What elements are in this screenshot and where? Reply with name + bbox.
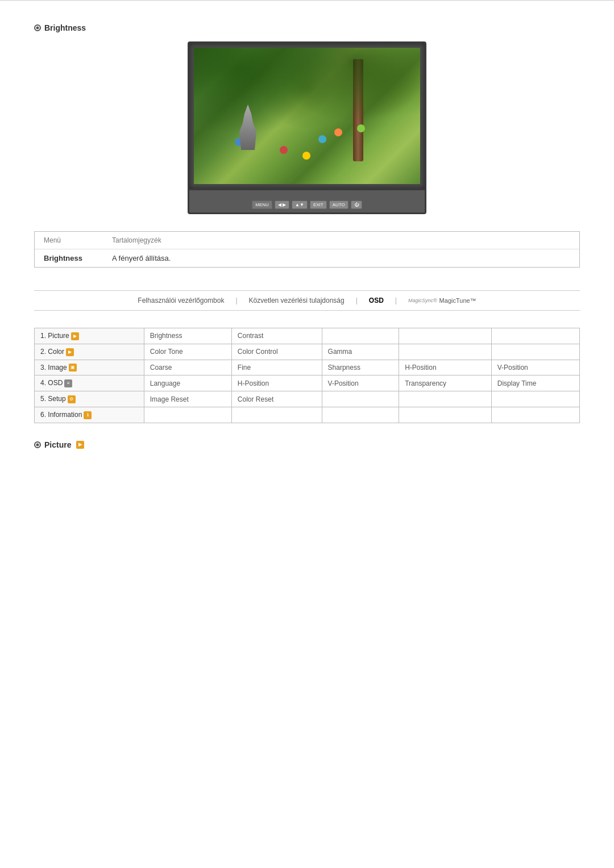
- cell-3-3[interactable]: Transparency: [399, 375, 492, 391]
- monitor-controls: MENU ◀ ▶ ▲▼ EXIT AUTO ⏻: [188, 197, 426, 214]
- row-header-1[interactable]: 2. Color▶: [35, 344, 144, 360]
- osd-grid-table: 1. Picture▶BrightnessContrast2. Color▶Co…: [34, 328, 580, 423]
- cell-1-4: [491, 344, 579, 360]
- cell-1-0[interactable]: Color Tone: [144, 344, 231, 360]
- cell-0-0[interactable]: Brightness: [144, 328, 231, 344]
- cell-2-4[interactable]: V-Position: [491, 360, 579, 375]
- cell-1-1[interactable]: Color Control: [231, 344, 322, 360]
- cell-0-4: [491, 328, 579, 344]
- exit-btn[interactable]: EXIT: [310, 201, 327, 209]
- cell-0-1[interactable]: Contrast: [231, 328, 322, 344]
- nav-item-magictune[interactable]: MagicSync® MagicTune™: [408, 297, 476, 304]
- row-header-0[interactable]: 1. Picture▶: [35, 328, 144, 344]
- power-btn[interactable]: ⏻: [351, 201, 362, 209]
- cell-1-3: [399, 344, 492, 360]
- cell-1-2[interactable]: Gamma: [322, 344, 399, 360]
- monitor-base-bar: [188, 190, 426, 197]
- nav-item-direct-control[interactable]: Közvetlen vezérlési tulajdonság: [249, 297, 345, 304]
- table-row: 1. Picture▶BrightnessContrast: [35, 328, 580, 344]
- cell-label[interactable]: Display Time: [497, 379, 537, 387]
- cell-label[interactable]: Coarse: [150, 364, 172, 372]
- cell-label[interactable]: H-Position: [405, 364, 436, 372]
- cell-label[interactable]: Color Control: [238, 348, 278, 356]
- row-header-4[interactable]: 5. Setup⚙: [35, 391, 144, 407]
- cell-label[interactable]: Contrast: [238, 332, 263, 340]
- cell-2-3[interactable]: H-Position: [399, 360, 492, 375]
- row-header-3[interactable]: 4. OSD≡: [35, 375, 144, 391]
- balloon: [334, 128, 342, 136]
- cell-4-0[interactable]: Image Reset: [144, 391, 231, 407]
- cell-2-2[interactable]: Sharpness: [322, 360, 399, 375]
- picture-icon: ▶: [76, 441, 84, 449]
- brightness-title: Brightness: [44, 23, 86, 32]
- nav-item-osd[interactable]: OSD: [369, 297, 384, 304]
- row-menu-icon: ≡: [64, 379, 72, 387]
- row-header-5[interactable]: 6. Informationℹ: [35, 407, 144, 423]
- cell-4-1[interactable]: Color Reset: [231, 391, 322, 407]
- cell-label[interactable]: V-Position: [328, 379, 359, 387]
- row-header-label: 2. Color: [40, 348, 64, 356]
- nav-item-user-controls[interactable]: Felhasználói vezérlőgombok: [138, 297, 224, 304]
- cell-5-3: [399, 407, 492, 423]
- row-header-label: 4. OSD: [40, 379, 63, 387]
- balloon: [302, 152, 310, 160]
- table-row: 5. Setup⚙Image ResetColor Reset: [35, 391, 580, 407]
- picture-heading: Picture ▶: [34, 440, 580, 449]
- row-header-2[interactable]: 3. Image▣: [35, 360, 144, 375]
- cell-3-1[interactable]: H-Position: [231, 375, 322, 391]
- cell-label[interactable]: Transparency: [405, 379, 446, 387]
- cell-label[interactable]: Brightness: [150, 332, 182, 340]
- row-header-label: 6. Information: [40, 411, 82, 419]
- monitor-frame: MENU ◀ ▶ ▲▼ EXIT AUTO ⏻: [188, 41, 426, 214]
- auto-btn[interactable]: AUTO: [329, 201, 349, 209]
- nav-sep-2: |: [356, 297, 358, 304]
- cell-label[interactable]: Image Reset: [150, 395, 189, 403]
- cell-label[interactable]: Fine: [238, 364, 251, 372]
- picture-radio-icon: [34, 441, 41, 448]
- cell-2-0[interactable]: Coarse: [144, 360, 231, 375]
- row-header-label: 5. Setup: [40, 395, 66, 403]
- cell-label[interactable]: Color Reset: [238, 395, 273, 403]
- monitor-screen-wrapper: [188, 41, 426, 190]
- magictune-logo: MagicSync®: [408, 298, 437, 303]
- cell-3-0[interactable]: Language: [144, 375, 231, 391]
- foliage-overlay: [194, 48, 420, 184]
- cell-5-1: [231, 407, 322, 423]
- cell-0-2: [322, 328, 399, 344]
- radio-icon: [34, 24, 41, 31]
- table-row: 2. Color▶Color ToneColor ControlGamma: [35, 344, 580, 360]
- menu-table: Menü Tartalomjegyzék Brightness A fényer…: [35, 232, 579, 267]
- cell-3-2[interactable]: V-Position: [322, 375, 399, 391]
- menu-control-btn[interactable]: MENU: [252, 201, 272, 209]
- cell-4-2: [322, 391, 399, 407]
- menu-col-header: Menü: [35, 232, 103, 249]
- row-menu-icon: ▣: [69, 364, 77, 372]
- cell-label[interactable]: Language: [150, 379, 180, 387]
- row-header-label: 3. Image: [40, 364, 67, 372]
- cell-label[interactable]: V-Position: [497, 364, 528, 372]
- cell-label[interactable]: Color Tone: [150, 348, 183, 356]
- menu-item-brightness: Brightness: [35, 249, 103, 268]
- cell-5-2: [322, 407, 399, 423]
- row-menu-icon: ▶: [66, 348, 74, 356]
- cell-label[interactable]: Gamma: [328, 348, 352, 356]
- row-menu-icon: ℹ: [84, 411, 92, 419]
- cell-label[interactable]: Sharpness: [328, 364, 360, 372]
- brightness-heading: Brightness: [34, 23, 580, 32]
- cell-3-4[interactable]: Display Time: [491, 375, 579, 391]
- cell-2-1[interactable]: Fine: [231, 360, 322, 375]
- table-row: 3. Image▣CoarseFineSharpnessH-PositionV-…: [35, 360, 580, 375]
- row-header-label: 1. Picture: [40, 332, 69, 340]
- table-row: 4. OSD≡LanguageH-PositionV-PositionTrans…: [35, 375, 580, 391]
- cell-5-0: [144, 407, 231, 423]
- balloon: [318, 135, 326, 143]
- cell-0-3: [399, 328, 492, 344]
- nav-lr-btn[interactable]: ◀ ▶: [275, 201, 289, 209]
- monitor-screen: [194, 48, 420, 184]
- balloon: [357, 124, 365, 132]
- cell-5-4: [491, 407, 579, 423]
- cell-label[interactable]: H-Position: [238, 379, 269, 387]
- nav-ud-btn[interactable]: ▲▼: [292, 201, 308, 209]
- nav-sep-1: |: [235, 297, 237, 304]
- nav-bar: Felhasználói vezérlőgombok | Közvetlen v…: [34, 290, 580, 311]
